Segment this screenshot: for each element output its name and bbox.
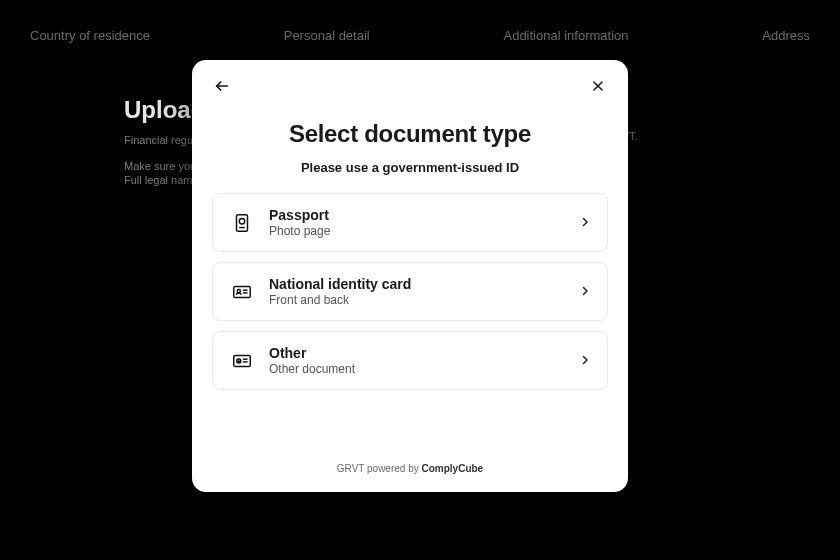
option-title: National identity card	[269, 276, 579, 292]
svg-rect-3	[237, 214, 248, 231]
footer-prefix: GRVT powered by	[337, 463, 422, 474]
option-title: Passport	[269, 207, 579, 223]
option-national-id[interactable]: National identity card Front and back	[212, 262, 608, 321]
arrow-left-icon	[214, 78, 230, 98]
option-text: National identity card Front and back	[269, 276, 579, 307]
close-icon	[591, 79, 605, 97]
back-button[interactable]	[212, 78, 232, 98]
chevron-right-icon	[579, 352, 591, 370]
document-options: Passport Photo page National identity ca…	[212, 193, 608, 390]
chevron-right-icon	[579, 283, 591, 301]
modal-footer: GRVT powered by ComplyCube	[212, 463, 608, 480]
option-title: Other	[269, 345, 579, 361]
option-text: Other Other document	[269, 345, 579, 376]
modal-topbar	[212, 78, 608, 98]
step-address[interactable]: Address	[762, 28, 810, 43]
passport-icon	[229, 212, 255, 234]
modal-subtitle: Please use a government-issued ID	[212, 160, 608, 175]
option-passport[interactable]: Passport Photo page	[212, 193, 608, 252]
step-country[interactable]: Country of residence	[30, 28, 150, 43]
svg-rect-6	[234, 286, 251, 297]
id-card-icon	[229, 281, 255, 303]
option-sub: Photo page	[269, 224, 579, 238]
option-sub: Other document	[269, 362, 579, 376]
chevron-right-icon	[579, 214, 591, 232]
step-additional[interactable]: Additional information	[503, 28, 628, 43]
close-button[interactable]	[588, 78, 608, 98]
footer-brand: ComplyCube	[422, 463, 484, 474]
modal-title: Select document type	[212, 120, 608, 148]
option-other[interactable]: Other Other document	[212, 331, 608, 390]
svg-point-4	[239, 218, 245, 224]
option-sub: Front and back	[269, 293, 579, 307]
step-personal[interactable]: Personal detail	[284, 28, 370, 43]
option-text: Passport Photo page	[269, 207, 579, 238]
document-type-modal: Select document type Please use a govern…	[192, 60, 628, 492]
stepper: Country of residence Personal detail Add…	[0, 0, 840, 43]
other-document-icon	[229, 350, 255, 372]
